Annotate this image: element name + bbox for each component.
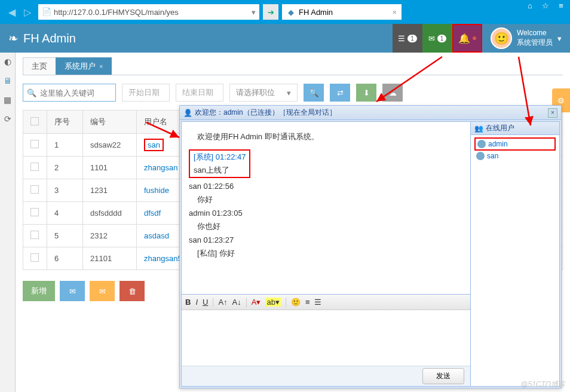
alert-badge	[473, 36, 476, 40]
win-menu-icon[interactable]: ≡	[556, 1, 566, 10]
user-icon	[476, 152, 485, 160]
chat-title-text: 欢迎您：admin（已连接）［现在全局对话］	[195, 108, 336, 118]
editor-textarea[interactable]	[182, 310, 470, 366]
row-checkbox[interactable]	[30, 163, 39, 171]
avatar: 🙂	[491, 27, 512, 49]
font-dec-icon[interactable]: A↓	[232, 298, 241, 307]
row-checkbox[interactable]	[30, 208, 39, 216]
emoji-icon[interactable]: 🙂	[291, 298, 301, 307]
users-icon: 👥	[474, 124, 483, 133]
rail-grid-icon[interactable]: ▦	[1, 93, 14, 106]
role-select-label: 请选择职位	[236, 87, 275, 98]
highlight-icon[interactable]: ab▾	[265, 298, 280, 307]
check-all[interactable]	[30, 117, 39, 125]
tab-close-icon[interactable]: ×	[99, 63, 103, 70]
rail-dashboard-icon[interactable]: ◐	[1, 55, 14, 68]
italic-icon[interactable]: I	[195, 298, 198, 307]
user-menu[interactable]: 🙂 Welcome 系统管理员 ▾	[482, 24, 570, 53]
online-list: adminsan	[471, 135, 559, 164]
watermark: @51CTO博客	[520, 379, 565, 390]
download-button[interactable]: ⬇	[356, 84, 376, 102]
cell-seq: 5	[47, 225, 83, 247]
add-button[interactable]: 新增	[23, 281, 55, 301]
chat-window: 👤 欢迎您：admin（已连接）［现在全局对话］ × 欢迎使用FH Admin …	[179, 105, 562, 388]
online-title: 👥 在线用户	[471, 122, 559, 135]
bold-icon[interactable]: B	[185, 298, 191, 307]
cell-code: 21101	[83, 247, 137, 270]
page-tabs: 主页 系统用户 ×	[23, 57, 563, 75]
cell-code: sdsaw22	[83, 134, 137, 157]
hdr-tasks[interactable]: ☰ 1	[393, 24, 422, 53]
tab-favicon: ◆	[288, 8, 294, 17]
app-header: ❧ FH Admin ☰ 1 ✉ 1 🔔 🙂 Welcome 系统管理员 ▾	[0, 24, 570, 53]
cell-code: 1101	[83, 157, 137, 179]
browser-chrome: ◀ ▷ 📄 ▾ ➔ ◆ FH Admin × ⌂ ☆ ≡	[0, 0, 570, 24]
delete-button[interactable]: 🗑	[119, 281, 145, 301]
tab-home[interactable]: 主页	[23, 57, 56, 75]
search-input[interactable]	[40, 88, 112, 97]
cell-seq: 3	[47, 179, 83, 202]
cell-code: 2312	[83, 225, 137, 247]
cell-seq: 6	[47, 247, 83, 270]
row-checkbox[interactable]	[30, 253, 39, 262]
msg-text2: 你也好	[189, 221, 463, 232]
sys-msg: san上线了	[194, 165, 246, 176]
list-ol-icon[interactable]: ≡	[305, 298, 310, 307]
msg-text3: [私信] 你好	[189, 248, 463, 259]
win-star-icon[interactable]: ☆	[540, 1, 551, 10]
nav-back[interactable]: ◀	[5, 5, 19, 19]
chat-user-icon: 👤	[183, 109, 192, 117]
search-button[interactable]: 🔍	[304, 84, 324, 102]
row-checkbox[interactable]	[30, 140, 39, 148]
list-ul-icon[interactable]: ☰	[314, 298, 321, 307]
app-brand: ❧ FH Admin	[0, 31, 84, 45]
cloud-button[interactable]: ☁	[382, 84, 403, 102]
cell-seq: 4	[47, 202, 83, 225]
hdr-mail[interactable]: ✉ 1	[422, 24, 452, 53]
chat-editor: B I U A↑ A↓ A▾ ab▾ 🙂 ≡ ☰	[182, 294, 470, 366]
rail-monitor-icon[interactable]: 🖥	[1, 74, 14, 87]
underline-icon[interactable]: U	[203, 298, 208, 307]
chat-close-icon[interactable]: ×	[548, 108, 557, 118]
dropdown-icon[interactable]: ▾	[252, 8, 256, 17]
brand-text: FH Admin	[23, 32, 76, 45]
mail2-button[interactable]: ✉	[90, 281, 115, 301]
send-button[interactable]: 发送	[422, 368, 464, 384]
end-date-input[interactable]: 结束日期	[176, 84, 223, 102]
row-checkbox[interactable]	[30, 185, 39, 194]
tab-users-label: 系统用户	[65, 61, 96, 72]
msg-user2: admin 01:23:05	[189, 209, 463, 218]
tab-title: FH Admin	[299, 8, 333, 17]
font-inc-icon[interactable]: A↑	[218, 298, 227, 307]
url-bar[interactable]: 📄 ▾	[38, 4, 259, 20]
msg-text1: 你好	[189, 194, 463, 205]
online-user[interactable]: san	[474, 151, 556, 161]
hdr-alerts[interactable]: 🔔	[452, 24, 482, 53]
editor-toolbar: B I U A↑ A↓ A▾ ab▾ 🙂 ≡ ☰	[182, 295, 470, 310]
tab-home-label: 主页	[32, 61, 47, 72]
mail-icon: ✉	[428, 34, 435, 43]
search-box[interactable]: 🔍	[23, 84, 116, 102]
user-icon	[477, 140, 486, 148]
row-checkbox[interactable]	[30, 231, 39, 239]
caret-down-icon: ▾	[557, 34, 562, 43]
nav-fwd[interactable]: ▷	[20, 5, 35, 19]
col-seq: 序号	[47, 111, 83, 134]
role-select[interactable]: 请选择职位 ▾	[229, 84, 298, 102]
mail-button[interactable]: ✉	[60, 281, 85, 301]
url-input[interactable]	[54, 8, 252, 17]
sys-time: [系统] 01:22:47	[194, 152, 246, 163]
start-date-input[interactable]: 开始日期	[122, 84, 170, 102]
rail-collapse-icon[interactable]: ⟳	[1, 112, 14, 125]
tab-close-icon[interactable]: ×	[392, 8, 397, 17]
chat-titlebar[interactable]: 👤 欢迎您：admin（已连接）［现在全局对话］ ×	[180, 106, 561, 120]
online-user[interactable]: admin	[474, 137, 556, 151]
win-home-icon[interactable]: ⌂	[525, 1, 535, 10]
font-color-icon[interactable]: A▾	[252, 298, 261, 307]
chevron-down-icon: ▾	[287, 88, 291, 97]
browser-tab[interactable]: ◆ FH Admin ×	[282, 4, 402, 20]
shuffle-button[interactable]: ⇄	[330, 84, 350, 102]
go-button[interactable]: ➔	[263, 4, 278, 20]
cell-code: dsfsdddd	[83, 202, 137, 225]
tab-users[interactable]: 系统用户 ×	[56, 57, 112, 75]
